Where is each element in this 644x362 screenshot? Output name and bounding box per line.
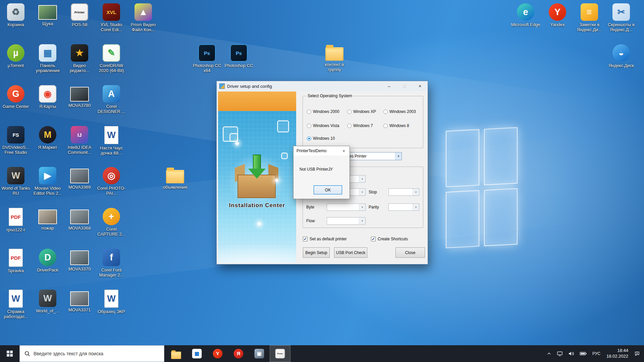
maximize-icon: □ — [403, 83, 406, 89]
desktop-icon-label: Movavi Video Editor Plus 2... — [32, 186, 63, 196]
desktop-icon-photoshop-cc[interactable]: PsPhotoshop CC — [223, 44, 255, 84]
radio-windows-7[interactable]: Windows 7 — [347, 123, 373, 128]
modal-close-button[interactable]: × — [338, 146, 350, 156]
taskbar-app-file-explorer[interactable] — [166, 345, 186, 362]
desktop-icon-driverpack[interactable]: DDriverPack — [32, 249, 63, 288]
desktop-icon-corel-photo-paint[interactable]: ◎Corel PHOTO-PAI... — [96, 167, 127, 206]
desktop-icon-recycle-bin[interactable]: ♻Корзина — [0, 3, 32, 43]
desktop-icon-microsoft-edge[interactable]: eMicrosoft Edge — [510, 3, 541, 43]
desktop-icon-pdf-spravka[interactable]: PDFSpravka — [0, 249, 32, 288]
radio-windows-2000[interactable]: Windows 2000 — [307, 109, 339, 114]
create-shortcuts-checkbox[interactable]: Create Shortcuts — [371, 237, 408, 241]
folder-obyavleniya-icon — [166, 170, 184, 183]
dvdvideosoft-free-studio-icon: FS — [7, 126, 24, 143]
desktop-icon-yandex-notes[interactable]: ≡Заметки в Яндекс.Ди... — [574, 3, 605, 43]
network-icon[interactable] — [554, 345, 566, 362]
desktop-icon-dvdvideosoft-free-studio[interactable]: FSDVDVideoS... Free Studio — [0, 126, 32, 166]
close-setup-button[interactable]: Close — [395, 247, 425, 258]
desktop-icon-corel-capture[interactable]: +Corel CAPTURE 2... — [96, 208, 127, 247]
desktop-icon-photo-schuka[interactable]: Щука — [32, 3, 63, 43]
stop-select[interactable]: ▼ — [388, 188, 419, 196]
desktop-icon-photo-pozhar[interactable]: пожар — [32, 208, 63, 247]
desktop-icon-control-panel[interactable]: ▦Панель управления — [32, 44, 63, 84]
default-printer-checkbox[interactable]: Set as default printer — [303, 237, 347, 241]
language-indicator[interactable]: РУС — [590, 345, 603, 362]
desktop-icon-yandex-maps[interactable]: ◉Я.Карты — [32, 85, 63, 125]
taskbar-apps: ▦YЯ▣Printer — [166, 345, 290, 362]
ok-button[interactable]: OK — [314, 185, 342, 194]
usb-port-check-button[interactable]: USB Port Check — [334, 247, 367, 258]
minimize-button[interactable]: – — [381, 81, 397, 91]
desktop-icon-prism-video-converter[interactable]: ▲Prism Видео Файл Кон... — [127, 3, 159, 43]
flow-select[interactable]: ▼ — [327, 217, 366, 225]
desktop-icon-yandex-disk[interactable]: ◒Яндекс.Диск — [605, 44, 637, 84]
desktop-icon-doc-nastya-chaus[interactable]: WНастя Чаус дочка 68... — [96, 126, 127, 166]
byte-select[interactable]: ▼ — [327, 203, 366, 211]
radio-windows-xp[interactable]: Windows XP — [347, 109, 376, 114]
desktop-icon-photoshop-cc-x64[interactable]: PsPhotoshop CC x64 — [191, 44, 223, 84]
begin-setup-button[interactable]: Begin Setup — [303, 247, 330, 258]
desktop-icon-doc-obrazec-ekr[interactable]: WОбразец ЭКР — [96, 290, 127, 329]
desktop-icon-label: Видео редакто... — [64, 63, 95, 73]
desktop-icon-yandex-screenshots[interactable]: ✂Скриншоты в Яндекс.Д... — [605, 3, 637, 43]
dialog-titlebar[interactable]: Driver setup and config – □ × — [217, 81, 428, 91]
volume-icon[interactable] — [566, 345, 577, 362]
maximize-button[interactable]: □ — [397, 81, 412, 91]
tray-chevron-up-icon[interactable] — [544, 345, 554, 362]
taskbar-app-microsoft-store[interactable]: ▦ — [186, 345, 207, 362]
photo-mova3370-icon — [70, 250, 89, 265]
parity-select[interactable]: ▼ — [388, 203, 419, 211]
radio-windows-10[interactable]: Windows 10 — [307, 136, 335, 141]
radio-windows-vista[interactable]: Windows Vista — [307, 123, 339, 128]
desktop-icon-photo-mova3780[interactable]: MOVA3780 — [64, 85, 95, 125]
desktop-icon-pos-58-printer[interactable]: PrinterPOS-58 — [64, 3, 95, 43]
desktop-icon-pdf-rpso122-r[interactable]: PDFrpso122-r — [0, 208, 32, 247]
desktop-icon-label: Microsoft Edge — [511, 22, 540, 27]
clock[interactable]: 18:44 18.02.2022 — [603, 348, 632, 359]
desktop-icon-world-of-tanks-ru[interactable]: WWorld of Tanks RU — [0, 167, 32, 206]
radio-label: Windows 8 — [389, 123, 409, 128]
desktop-icon-video-editor[interactable]: ★Видео редакто... — [64, 44, 95, 84]
desktop-icon-game-center[interactable]: GGame Center — [0, 85, 32, 125]
battery-icon[interactable] — [577, 345, 590, 362]
modal-titlebar[interactable]: PrinterTestDemo × — [293, 146, 350, 156]
action-center-icon[interactable] — [632, 345, 643, 362]
desktop-icon-label: контент в группу — [319, 62, 350, 72]
taskbar-search[interactable] — [19, 345, 164, 362]
logo-square — [10, 351, 13, 353]
desktop-icon-folder-obyavleniya[interactable]: объявления — [159, 167, 191, 206]
desktop-icon-corel-font-manager[interactable]: fCorel Font Manager 2... — [96, 249, 127, 288]
desktop-icon-label: Скриншоты в Яндекс.Д... — [605, 22, 637, 33]
desktop-icon-photo-mova3369[interactable]: MOVA3369 — [64, 167, 95, 206]
desktop-icon-intellij-idea[interactable]: IJIntelliJ IDEA Communit... — [64, 126, 95, 166]
close-button[interactable]: × — [412, 81, 428, 91]
desktop-icon-yandex[interactable]: YYandex — [542, 3, 573, 43]
desktop-icon-yandex-market[interactable]: MЯ.Маркет — [32, 126, 63, 166]
radio-windows-2003[interactable]: Windows 2003 — [383, 109, 416, 114]
taskbar-app-yandex-app[interactable]: Я — [228, 345, 249, 362]
desktop-icon-photo-mova3371[interactable]: MOVA3371 — [64, 290, 95, 329]
chevron-down-icon: ▼ — [359, 189, 365, 195]
desktop-icon-coreldraw-2020[interactable]: ✎CorelDRAW 2020 (64-Bit) — [96, 44, 127, 84]
desktop-icon-utorrent[interactable]: µµTorrent — [0, 44, 32, 84]
control-panel-icon: ▦ — [39, 44, 56, 62]
taskbar-app-yandex-browser[interactable]: Y — [207, 345, 228, 362]
desktop-icon-label: µTorrent — [8, 63, 24, 68]
xvl-studio-icon: XVL — [103, 3, 120, 21]
search-input[interactable] — [34, 351, 164, 356]
radio-dot — [383, 110, 388, 114]
desktop-icon-photo-mova3370[interactable]: MOVA3370 — [64, 249, 95, 288]
desktop-icon-corel-designer[interactable]: ACorel DESIGNER ... — [96, 85, 127, 125]
taskbar-app-printer-app[interactable]: Printer — [270, 345, 290, 362]
utorrent-icon: µ — [7, 44, 24, 62]
start-button[interactable] — [0, 345, 19, 362]
desktop-icon-doc-spravka-rabotodat[interactable]: WСправка работодат... — [0, 290, 32, 329]
desktop-icon-photo-mova3368[interactable]: MOVA3368 — [64, 208, 95, 247]
desktop-icon-movavi-video-editor[interactable]: ▶Movavi Video Editor Plus 2... — [32, 167, 63, 206]
radio-windows-8[interactable]: Windows 8 — [383, 123, 409, 128]
clock-time: 18:44 — [617, 348, 628, 354]
desktop-icon-xvl-studio[interactable]: XVLXVL Studio Corel Edi... — [96, 3, 127, 43]
desktop-icon-world-of[interactable]: WWorld_of_... — [32, 290, 63, 329]
desktop-icon-folder-kontent-v-gruppu[interactable]: контент в группу — [319, 44, 350, 84]
taskbar-app-device-setup[interactable]: ▣ — [249, 345, 270, 362]
